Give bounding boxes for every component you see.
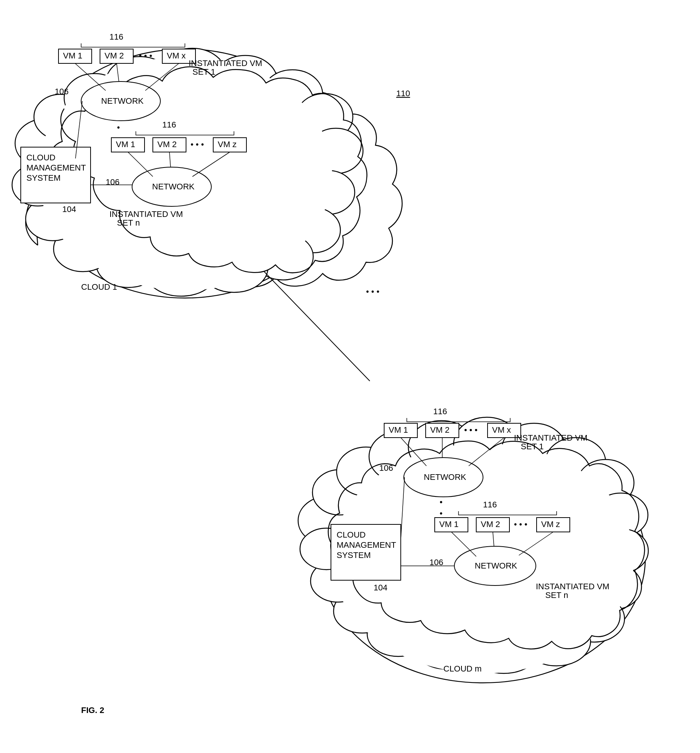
cloud1-cms-label3: SYSTEM	[27, 173, 60, 182]
cloudm-vm-setn-label2: SET n	[545, 591, 568, 600]
cloudm-label: CLOUD m	[444, 664, 481, 673]
cloudm-vertical-dots2: •	[440, 508, 443, 518]
cloudm-vm-set1-label: INSTANTIATED VM	[514, 433, 588, 443]
between-clouds-dots: • • •	[366, 287, 379, 296]
cloudm-set1-network-label: NETWORK	[424, 472, 466, 482]
ref-110-label: 110	[396, 89, 410, 98]
cloud1-set1-vm2-label: VM 2	[105, 51, 124, 60]
cloud1-set1-vmx-label: VM x	[167, 51, 186, 60]
cloudm-ref104: 104	[373, 583, 388, 592]
cloud1-set1-vm1-label: VM 1	[63, 51, 82, 60]
cloudm-set1-vm1-label: VM 1	[389, 425, 408, 435]
cloudm-setn-dots: • • •	[514, 519, 527, 529]
cloud1-label: CLOUD 1	[81, 282, 117, 292]
cloudm-setn-vm1-label: VM 1	[439, 519, 458, 529]
cloud1-set1-network-label: NETWORK	[101, 96, 144, 106]
cloudm-set1-vmx-label: VM x	[492, 425, 511, 435]
cloudm-set1-ref106: 106	[379, 463, 393, 473]
cloudm-vm-setn-label: INSTANTIATED VM	[536, 582, 609, 591]
cloud1-cms-label2: MANAGEMENT	[27, 163, 86, 172]
cloud1-setn-vm2-label: VM 2	[157, 140, 177, 149]
cloud1-setn-ref106: 106	[106, 177, 120, 187]
cloudm-setn-bracket-label: 116	[483, 500, 497, 509]
cloudm-cms-label2: MANAGEMENT	[337, 540, 396, 550]
cloudm-set1-vm2-label: VM 2	[430, 425, 450, 435]
cloud1-setn-vm1-label: VM 1	[116, 140, 135, 149]
cloudm-setn-vm2-label: VM 2	[481, 519, 500, 529]
cloudm-vertical-dots: •	[440, 497, 443, 507]
cloud1-set1-dots: • • •	[139, 51, 152, 60]
cloud1-ref104: 104	[62, 204, 76, 214]
cloudm-vm-set1-label2: SET 1	[521, 442, 544, 451]
cloudm-setn-network-label: NETWORK	[475, 561, 517, 571]
cloud1-setn-network-label: NETWORK	[152, 182, 195, 191]
cloudm-set1-dots: • • •	[464, 425, 477, 435]
cloudm-cms-label1: CLOUD	[337, 530, 366, 539]
cloud1-vm-setn-label: INSTANTIATED VM	[109, 209, 183, 219]
cloud1-set1-ref106: 106	[55, 87, 69, 96]
svg-line-38	[264, 271, 370, 381]
cloud1-cms-label1: CLOUD	[27, 153, 55, 162]
cloud1-setn-dots: • • •	[191, 140, 204, 149]
cloudm-setn-vmz-label: VM z	[541, 519, 560, 529]
cloud1-vm-setn-label2: SET n	[117, 218, 140, 228]
cloud1-vm-set1-label2: SET 1	[192, 67, 216, 76]
cloud1-vm-set1-label: INSTANTIATED VM	[189, 58, 262, 68]
cloudm-cms-label3: SYSTEM	[337, 550, 370, 560]
diagram-container: 110 116 VM 1 VM 2 • • • VM x INSTANTIATE…	[0, 0, 700, 753]
cloud1-setn-vmz-label: VM z	[218, 140, 237, 149]
cloud1-vm-set1-bracket-label: 116	[109, 32, 123, 42]
fig2-label: FIG. 2	[81, 705, 104, 715]
cloudm-vm-set1-bracket-label: 116	[433, 407, 447, 416]
cloud1-vertical-dots: •	[117, 123, 120, 132]
cloud1-setn-bracket-label: 116	[162, 120, 176, 129]
